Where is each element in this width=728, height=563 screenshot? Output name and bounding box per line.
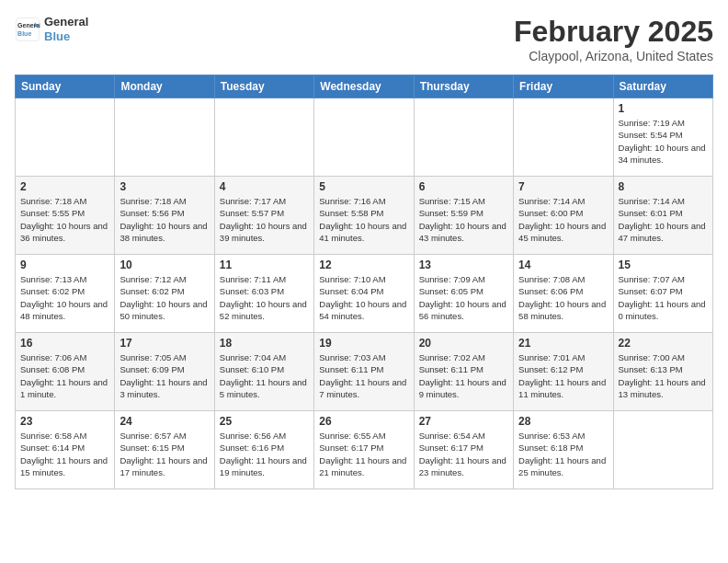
calendar-cell [16,98,115,177]
weekday-header-sunday: Sunday [16,75,115,98]
day-info: Sunrise: 7:19 AM Sunset: 5:54 PM Dayligh… [619,117,708,166]
logo-icon: General Blue [15,17,40,42]
day-info: Sunrise: 7:01 AM Sunset: 6:12 PM Dayligh… [518,351,608,400]
calendar-cell: 4Sunrise: 7:17 AM Sunset: 5:57 PM Daylig… [214,177,313,255]
day-info: Sunrise: 7:18 AM Sunset: 5:55 PM Dayligh… [20,195,109,244]
calendar-week-3: 9Sunrise: 7:13 AM Sunset: 6:02 PM Daylig… [16,255,713,333]
day-info: Sunrise: 7:12 AM Sunset: 6:02 PM Dayligh… [119,273,209,322]
svg-rect-0 [17,17,40,40]
day-number: 28 [518,415,608,428]
day-number: 23 [20,415,109,428]
location: Claypool, Arizona, United States [514,49,713,63]
calendar-cell [613,411,712,489]
day-number: 19 [319,337,408,350]
calendar-cell: 12Sunrise: 7:10 AM Sunset: 6:04 PM Dayli… [314,255,414,333]
calendar-cell [414,98,513,177]
day-number: 21 [518,337,608,350]
day-number: 4 [220,180,309,193]
day-number: 24 [119,415,209,428]
calendar-cell: 7Sunrise: 7:14 AM Sunset: 6:00 PM Daylig… [514,177,613,255]
logo-general: General [44,15,88,29]
calendar-cell: 28Sunrise: 6:53 AM Sunset: 6:18 PM Dayli… [514,411,613,489]
day-number: 2 [20,180,109,193]
weekday-header-thursday: Thursday [414,75,513,98]
day-info: Sunrise: 7:07 AM Sunset: 6:07 PM Dayligh… [619,273,708,322]
day-number: 6 [419,180,508,193]
day-number: 1 [619,102,708,115]
day-info: Sunrise: 7:16 AM Sunset: 5:58 PM Dayligh… [319,195,408,244]
calendar-week-4: 16Sunrise: 7:06 AM Sunset: 6:08 PM Dayli… [16,333,713,411]
day-number: 25 [220,415,309,428]
day-info: Sunrise: 7:04 AM Sunset: 6:10 PM Dayligh… [220,351,309,400]
calendar-cell: 20Sunrise: 7:02 AM Sunset: 6:11 PM Dayli… [414,333,513,411]
calendar-cell [115,98,214,177]
day-info: Sunrise: 6:53 AM Sunset: 6:18 PM Dayligh… [518,430,608,478]
day-info: Sunrise: 7:05 AM Sunset: 6:09 PM Dayligh… [119,351,209,400]
day-info: Sunrise: 6:58 AM Sunset: 6:14 PM Dayligh… [20,430,109,478]
calendar-week-2: 2Sunrise: 7:18 AM Sunset: 5:55 PM Daylig… [16,177,713,255]
day-info: Sunrise: 7:14 AM Sunset: 6:00 PM Dayligh… [518,195,608,244]
day-number: 27 [419,415,508,428]
day-info: Sunrise: 7:14 AM Sunset: 6:01 PM Dayligh… [619,195,708,244]
calendar-cell: 5Sunrise: 7:16 AM Sunset: 5:58 PM Daylig… [314,177,414,255]
month-title: February 2025 [514,15,713,49]
calendar-cell: 25Sunrise: 6:56 AM Sunset: 6:16 PM Dayli… [214,411,313,489]
day-number: 13 [419,259,508,271]
calendar-cell: 19Sunrise: 7:03 AM Sunset: 6:11 PM Dayli… [314,333,414,411]
logo: General Blue General Blue [15,15,88,43]
calendar-week-5: 23Sunrise: 6:58 AM Sunset: 6:14 PM Dayli… [16,411,713,489]
calendar-cell: 8Sunrise: 7:14 AM Sunset: 6:01 PM Daylig… [613,177,712,255]
calendar-cell: 22Sunrise: 7:00 AM Sunset: 6:13 PM Dayli… [613,333,712,411]
calendar-cell: 15Sunrise: 7:07 AM Sunset: 6:07 PM Dayli… [613,255,712,333]
day-info: Sunrise: 6:57 AM Sunset: 6:15 PM Dayligh… [119,430,209,478]
calendar-cell: 9Sunrise: 7:13 AM Sunset: 6:02 PM Daylig… [16,255,115,333]
weekday-header-tuesday: Tuesday [214,75,313,98]
weekday-header-friday: Friday [514,75,613,98]
calendar-cell: 11Sunrise: 7:11 AM Sunset: 6:03 PM Dayli… [214,255,313,333]
calendar-week-1: 1Sunrise: 7:19 AM Sunset: 5:54 PM Daylig… [16,98,713,177]
day-number: 3 [119,180,209,193]
calendar-cell [214,98,313,177]
calendar-cell: 14Sunrise: 7:08 AM Sunset: 6:06 PM Dayli… [514,255,613,333]
svg-text:Blue: Blue [17,30,31,37]
day-number: 8 [619,180,708,193]
day-info: Sunrise: 6:55 AM Sunset: 6:17 PM Dayligh… [319,430,408,478]
calendar-cell: 21Sunrise: 7:01 AM Sunset: 6:12 PM Dayli… [514,333,613,411]
calendar-table: SundayMondayTuesdayWednesdayThursdayFrid… [15,75,713,489]
title-area: February 2025 Claypool, Arizona, United … [514,15,713,63]
day-info: Sunrise: 7:15 AM Sunset: 5:59 PM Dayligh… [419,195,508,244]
calendar-cell: 10Sunrise: 7:12 AM Sunset: 6:02 PM Dayli… [115,255,214,333]
day-info: Sunrise: 7:02 AM Sunset: 6:11 PM Dayligh… [419,351,508,400]
day-info: Sunrise: 6:56 AM Sunset: 6:16 PM Dayligh… [220,430,309,478]
day-number: 20 [419,337,508,350]
day-info: Sunrise: 7:18 AM Sunset: 5:56 PM Dayligh… [119,195,209,244]
calendar-cell: 27Sunrise: 6:54 AM Sunset: 6:17 PM Dayli… [414,411,513,489]
calendar-cell: 16Sunrise: 7:06 AM Sunset: 6:08 PM Dayli… [16,333,115,411]
calendar-cell: 26Sunrise: 6:55 AM Sunset: 6:17 PM Dayli… [314,411,414,489]
day-number: 10 [119,259,209,271]
day-number: 26 [319,415,408,428]
day-info: Sunrise: 7:17 AM Sunset: 5:57 PM Dayligh… [220,195,309,244]
day-info: Sunrise: 7:06 AM Sunset: 6:08 PM Dayligh… [20,351,109,400]
day-number: 7 [518,180,608,193]
calendar-cell [514,98,613,177]
calendar-cell: 1Sunrise: 7:19 AM Sunset: 5:54 PM Daylig… [613,98,712,177]
calendar-cell: 3Sunrise: 7:18 AM Sunset: 5:56 PM Daylig… [115,177,214,255]
calendar-cell: 6Sunrise: 7:15 AM Sunset: 5:59 PM Daylig… [414,177,513,255]
calendar-header-row: SundayMondayTuesdayWednesdayThursdayFrid… [16,75,713,98]
logo-blue: Blue [44,29,88,44]
day-number: 5 [319,180,408,193]
day-number: 22 [619,337,708,350]
day-info: Sunrise: 7:03 AM Sunset: 6:11 PM Dayligh… [319,351,408,400]
day-number: 17 [119,337,209,350]
logo-text: General Blue [44,15,88,43]
day-number: 12 [319,259,408,271]
day-info: Sunrise: 7:08 AM Sunset: 6:06 PM Dayligh… [518,273,608,322]
weekday-header-monday: Monday [115,75,214,98]
weekday-header-saturday: Saturday [613,75,712,98]
day-info: Sunrise: 7:09 AM Sunset: 6:05 PM Dayligh… [419,273,508,322]
calendar-cell: 17Sunrise: 7:05 AM Sunset: 6:09 PM Dayli… [115,333,214,411]
calendar-cell: 23Sunrise: 6:58 AM Sunset: 6:14 PM Dayli… [16,411,115,489]
calendar-cell: 13Sunrise: 7:09 AM Sunset: 6:05 PM Dayli… [414,255,513,333]
calendar-cell: 18Sunrise: 7:04 AM Sunset: 6:10 PM Dayli… [214,333,313,411]
